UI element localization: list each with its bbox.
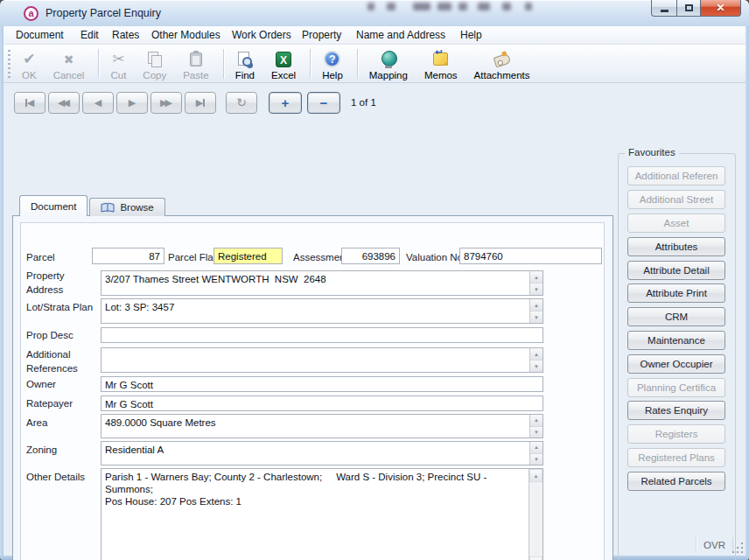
favourite-owner-occupier-button[interactable]: Owner Occupier [627,354,725,374]
attachment-tag-icon [493,53,511,68]
close-button[interactable]: ✕ [701,0,741,17]
nav-fast-rewind-button[interactable]: ◀◀ [48,92,80,114]
menu-property[interactable]: Property [302,29,341,41]
favourite-additional-referen-button[interactable]: Additional Referen [627,166,725,186]
copy-icon [148,52,161,66]
menu-other-modules[interactable]: Other Modules [151,29,220,41]
tab-document[interactable]: Document [19,195,88,216]
spin-up-icon[interactable]: ▲ [530,442,542,454]
prop-desc-input[interactable] [101,327,543,343]
menu-name-and-address[interactable]: Name and Address [356,29,445,41]
spin-up-icon[interactable]: ▲ [530,271,542,284]
scroll-down-icon[interactable]: ▼ [529,556,542,560]
spin-down-icon[interactable]: ▼ [530,360,542,372]
toolbar-separator [310,49,311,79]
record-position: 1 of 1 [351,97,376,108]
favourite-registers-button[interactable]: Registers [627,424,725,444]
nav-last-button[interactable]: ▶ [185,92,216,114]
spin-down-icon[interactable]: ▼ [530,427,542,438]
fast-forward-icon: ▶▶ [160,97,170,108]
tab-browse[interactable]: Browse [89,198,164,216]
toolbar-separator [223,49,224,79]
copy-button[interactable]: Copy [138,46,171,81]
favourite-planning-certifica-button[interactable]: Planning Certifica [627,378,725,397]
favourite-attributes-button[interactable]: Attributes [627,237,725,256]
favourite-attribute-detail-button[interactable]: Attribute Detail [627,261,725,280]
tab-strip: Document Browse [19,195,165,216]
spin-up-icon[interactable]: ▲ [530,299,542,312]
next-icon: ▶ [129,97,136,108]
scissors-icon: ✂ [112,50,124,68]
minimize-button[interactable] [651,0,676,17]
menu-rates[interactable]: Rates [112,29,139,41]
toolbar-separator [357,49,358,79]
help-button[interactable]: ? Help [318,46,347,81]
area-field[interactable]: 489.0000 Square Metres ▲ ▼ [101,414,543,438]
document-tab-panel: Parcel 87 Parcel Flag Registered Assessm… [12,215,613,560]
property-address-field[interactable]: 3/207 Thames Street WENTWORTH NSW 2648 ▲… [101,270,543,296]
find-button[interactable]: Find [231,46,259,81]
nav-first-button[interactable]: ◀ [14,92,46,114]
valuation-no-input[interactable]: 8794760 [459,248,602,264]
favourite-crm-button[interactable]: CRM [627,307,725,326]
spin-down-icon[interactable]: ▼ [530,312,542,323]
maximize-button[interactable] [676,0,701,17]
scroll-up-icon[interactable]: ▲ [529,469,542,482]
fast-rewind-icon: ◀◀ [58,97,67,108]
attachments-button[interactable]: Attachments [470,46,535,81]
cancel-x-icon: ✖ [64,52,74,66]
memos-button[interactable]: Memos [420,46,462,81]
add-record-button[interactable]: + [269,92,302,114]
favourite-rates-enquiry-button[interactable]: Rates Enquiry [627,401,725,420]
toolbar-separator [98,49,99,79]
favourite-additional-street-button[interactable]: Additional Street [627,190,725,209]
remove-record-button[interactable]: − [307,92,340,114]
nav-next-button[interactable]: ▶ [116,92,148,114]
additional-references-field[interactable]: ▲ ▼ [101,347,543,373]
lot-strata-spinner: ▲ ▼ [529,299,542,323]
spin-down-icon[interactable]: ▼ [530,454,542,466]
resize-grip[interactable] [732,542,744,554]
field-label-lot-strata-plan: Lot/Strata Plan [26,300,100,314]
field-label-ratepayer: Ratepayer [26,396,100,410]
field-label-other-details: Other Details [26,470,100,484]
spin-down-icon[interactable]: ▼ [530,284,542,295]
parcel-input[interactable]: 87 [92,248,164,264]
favourite-asset-button[interactable]: Asset [627,214,725,233]
refresh-button[interactable]: ↻ [226,92,257,114]
maximize-icon [685,4,693,11]
nav-fast-forward-button[interactable]: ▶▶ [150,92,182,114]
area-spinner: ▲ ▼ [529,415,542,438]
mapping-button[interactable]: Mapping [365,46,412,81]
spin-up-icon[interactable]: ▲ [530,348,542,360]
favourite-attribute-print-button[interactable]: Attribute Print [627,284,725,303]
nav-previous-button[interactable]: ◀ [82,92,114,114]
ok-button[interactable]: ✔ OK [18,46,41,81]
favourite-maintenance-button[interactable]: Maintenance [627,331,725,350]
favourites-panel: Favourites Additional Referen Additional… [618,153,736,560]
previous-icon: ◀ [94,97,102,108]
title-bar: a Property Parcel Enquiry ✕ [0,0,749,26]
lot-strata-plan-field[interactable]: Lot: 3 SP: 3457 ▲ ▼ [101,298,543,324]
favourite-registered-plans-button[interactable]: Registered Plans [627,448,725,467]
cut-button[interactable]: ✂ Cut [106,46,130,81]
window-frame-right [746,26,749,560]
paste-button[interactable]: Paste [178,46,213,81]
client-area: ◀ ◀◀ ◀ ▶ ▶▶ ▶ ↻ + − 1 of 1 Document Brow… [4,83,746,556]
excel-button[interactable]: X Excel [267,46,300,81]
favourite-related-parcels-button[interactable]: Related Parcels [627,472,725,491]
zoning-field[interactable]: Residential A ▲ ▼ [101,441,543,466]
ok-check-icon: ✔ [23,50,35,68]
parcel-flag-input[interactable]: Registered [214,248,283,264]
menu-work-orders[interactable]: Work Orders [232,29,291,41]
other-details-scrollbar[interactable]: ▲ ▼ [528,469,542,560]
menu-document[interactable]: Document [16,29,64,41]
ratepayer-input[interactable]: Mr G Scott [101,396,543,411]
spin-up-icon[interactable]: ▲ [530,415,542,427]
owner-input[interactable]: Mr G Scott [101,376,543,392]
cancel-button[interactable]: ✖ Cancel [49,46,89,81]
menu-help[interactable]: Help [460,29,482,41]
assessment-input[interactable]: 693896 [341,248,400,264]
menu-edit[interactable]: Edit [80,29,99,41]
other-details-field[interactable]: Parish 1 - Warners Bay; County 2 - Charl… [101,468,543,560]
